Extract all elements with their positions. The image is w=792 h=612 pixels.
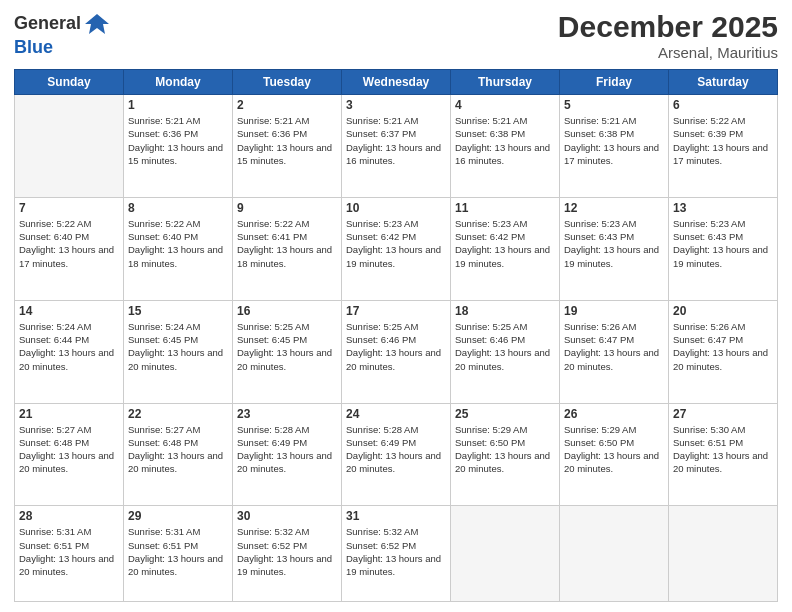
calendar-cell: 27Sunrise: 5:30 AMSunset: 6:51 PMDayligh…: [669, 403, 778, 506]
day-info: Sunrise: 5:25 AMSunset: 6:45 PMDaylight:…: [237, 320, 337, 373]
day-info: Sunrise: 5:25 AMSunset: 6:46 PMDaylight:…: [455, 320, 555, 373]
day-number: 23: [237, 407, 337, 421]
day-info: Sunrise: 5:21 AMSunset: 6:38 PMDaylight:…: [564, 114, 664, 167]
day-number: 4: [455, 98, 555, 112]
day-info: Sunrise: 5:22 AMSunset: 6:40 PMDaylight:…: [128, 217, 228, 270]
calendar-cell: 31Sunrise: 5:32 AMSunset: 6:52 PMDayligh…: [342, 506, 451, 602]
calendar-cell: 2Sunrise: 5:21 AMSunset: 6:36 PMDaylight…: [233, 95, 342, 198]
weekday-header: Sunday: [15, 70, 124, 95]
weekday-header: Friday: [560, 70, 669, 95]
day-number: 9: [237, 201, 337, 215]
calendar-cell: 17Sunrise: 5:25 AMSunset: 6:46 PMDayligh…: [342, 300, 451, 403]
calendar-week-row: 7Sunrise: 5:22 AMSunset: 6:40 PMDaylight…: [15, 197, 778, 300]
day-number: 17: [346, 304, 446, 318]
day-number: 7: [19, 201, 119, 215]
calendar-cell: 29Sunrise: 5:31 AMSunset: 6:51 PMDayligh…: [124, 506, 233, 602]
calendar-cell: 30Sunrise: 5:32 AMSunset: 6:52 PMDayligh…: [233, 506, 342, 602]
svg-marker-0: [85, 14, 109, 34]
day-number: 29: [128, 509, 228, 523]
day-info: Sunrise: 5:22 AMSunset: 6:39 PMDaylight:…: [673, 114, 773, 167]
calendar-cell: 3Sunrise: 5:21 AMSunset: 6:37 PMDaylight…: [342, 95, 451, 198]
month-year: December 2025: [558, 10, 778, 44]
calendar-cell: 23Sunrise: 5:28 AMSunset: 6:49 PMDayligh…: [233, 403, 342, 506]
day-info: Sunrise: 5:21 AMSunset: 6:36 PMDaylight:…: [237, 114, 337, 167]
day-info: Sunrise: 5:21 AMSunset: 6:36 PMDaylight:…: [128, 114, 228, 167]
day-info: Sunrise: 5:23 AMSunset: 6:43 PMDaylight:…: [673, 217, 773, 270]
day-info: Sunrise: 5:21 AMSunset: 6:37 PMDaylight:…: [346, 114, 446, 167]
calendar-cell: 7Sunrise: 5:22 AMSunset: 6:40 PMDaylight…: [15, 197, 124, 300]
weekday-header: Thursday: [451, 70, 560, 95]
calendar-week-row: 21Sunrise: 5:27 AMSunset: 6:48 PMDayligh…: [15, 403, 778, 506]
day-number: 11: [455, 201, 555, 215]
calendar-cell: [669, 506, 778, 602]
day-number: 26: [564, 407, 664, 421]
calendar-cell: 28Sunrise: 5:31 AMSunset: 6:51 PMDayligh…: [15, 506, 124, 602]
day-info: Sunrise: 5:22 AMSunset: 6:41 PMDaylight:…: [237, 217, 337, 270]
weekday-header-row: SundayMondayTuesdayWednesdayThursdayFrid…: [15, 70, 778, 95]
calendar-cell: 18Sunrise: 5:25 AMSunset: 6:46 PMDayligh…: [451, 300, 560, 403]
day-info: Sunrise: 5:26 AMSunset: 6:47 PMDaylight:…: [673, 320, 773, 373]
calendar-cell: 15Sunrise: 5:24 AMSunset: 6:45 PMDayligh…: [124, 300, 233, 403]
day-info: Sunrise: 5:23 AMSunset: 6:43 PMDaylight:…: [564, 217, 664, 270]
day-info: Sunrise: 5:32 AMSunset: 6:52 PMDaylight:…: [237, 525, 337, 578]
day-number: 6: [673, 98, 773, 112]
page: General Blue December 2025 Arsenal, Maur…: [0, 0, 792, 612]
day-number: 8: [128, 201, 228, 215]
calendar-table: SundayMondayTuesdayWednesdayThursdayFrid…: [14, 69, 778, 602]
day-number: 28: [19, 509, 119, 523]
calendar-cell: 24Sunrise: 5:28 AMSunset: 6:49 PMDayligh…: [342, 403, 451, 506]
day-info: Sunrise: 5:23 AMSunset: 6:42 PMDaylight:…: [346, 217, 446, 270]
calendar-cell: [560, 506, 669, 602]
weekday-header: Tuesday: [233, 70, 342, 95]
day-info: Sunrise: 5:32 AMSunset: 6:52 PMDaylight:…: [346, 525, 446, 578]
calendar-cell: 20Sunrise: 5:26 AMSunset: 6:47 PMDayligh…: [669, 300, 778, 403]
day-number: 25: [455, 407, 555, 421]
calendar-cell: 14Sunrise: 5:24 AMSunset: 6:44 PMDayligh…: [15, 300, 124, 403]
calendar-cell: 16Sunrise: 5:25 AMSunset: 6:45 PMDayligh…: [233, 300, 342, 403]
calendar-cell: 13Sunrise: 5:23 AMSunset: 6:43 PMDayligh…: [669, 197, 778, 300]
day-number: 5: [564, 98, 664, 112]
day-number: 14: [19, 304, 119, 318]
calendar-cell: 19Sunrise: 5:26 AMSunset: 6:47 PMDayligh…: [560, 300, 669, 403]
day-number: 2: [237, 98, 337, 112]
day-number: 10: [346, 201, 446, 215]
day-info: Sunrise: 5:27 AMSunset: 6:48 PMDaylight:…: [128, 423, 228, 476]
calendar-cell: 8Sunrise: 5:22 AMSunset: 6:40 PMDaylight…: [124, 197, 233, 300]
day-info: Sunrise: 5:24 AMSunset: 6:45 PMDaylight:…: [128, 320, 228, 373]
day-info: Sunrise: 5:29 AMSunset: 6:50 PMDaylight:…: [564, 423, 664, 476]
day-info: Sunrise: 5:22 AMSunset: 6:40 PMDaylight:…: [19, 217, 119, 270]
calendar-cell: [15, 95, 124, 198]
calendar-week-row: 28Sunrise: 5:31 AMSunset: 6:51 PMDayligh…: [15, 506, 778, 602]
day-info: Sunrise: 5:24 AMSunset: 6:44 PMDaylight:…: [19, 320, 119, 373]
weekday-header: Saturday: [669, 70, 778, 95]
calendar-cell: 5Sunrise: 5:21 AMSunset: 6:38 PMDaylight…: [560, 95, 669, 198]
calendar-cell: 11Sunrise: 5:23 AMSunset: 6:42 PMDayligh…: [451, 197, 560, 300]
day-number: 24: [346, 407, 446, 421]
day-number: 19: [564, 304, 664, 318]
calendar-cell: 9Sunrise: 5:22 AMSunset: 6:41 PMDaylight…: [233, 197, 342, 300]
day-number: 15: [128, 304, 228, 318]
header: General Blue December 2025 Arsenal, Maur…: [14, 10, 778, 61]
calendar-cell: 1Sunrise: 5:21 AMSunset: 6:36 PMDaylight…: [124, 95, 233, 198]
day-number: 13: [673, 201, 773, 215]
calendar-cell: 21Sunrise: 5:27 AMSunset: 6:48 PMDayligh…: [15, 403, 124, 506]
day-info: Sunrise: 5:23 AMSunset: 6:42 PMDaylight:…: [455, 217, 555, 270]
day-number: 1: [128, 98, 228, 112]
calendar-cell: 25Sunrise: 5:29 AMSunset: 6:50 PMDayligh…: [451, 403, 560, 506]
calendar-week-row: 14Sunrise: 5:24 AMSunset: 6:44 PMDayligh…: [15, 300, 778, 403]
weekday-header: Wednesday: [342, 70, 451, 95]
location: Arsenal, Mauritius: [558, 44, 778, 61]
day-number: 3: [346, 98, 446, 112]
day-info: Sunrise: 5:27 AMSunset: 6:48 PMDaylight:…: [19, 423, 119, 476]
day-number: 12: [564, 201, 664, 215]
day-number: 16: [237, 304, 337, 318]
day-info: Sunrise: 5:28 AMSunset: 6:49 PMDaylight:…: [237, 423, 337, 476]
day-info: Sunrise: 5:21 AMSunset: 6:38 PMDaylight:…: [455, 114, 555, 167]
day-number: 30: [237, 509, 337, 523]
title-block: December 2025 Arsenal, Mauritius: [558, 10, 778, 61]
day-number: 22: [128, 407, 228, 421]
day-info: Sunrise: 5:31 AMSunset: 6:51 PMDaylight:…: [128, 525, 228, 578]
calendar-cell: [451, 506, 560, 602]
calendar-week-row: 1Sunrise: 5:21 AMSunset: 6:36 PMDaylight…: [15, 95, 778, 198]
day-info: Sunrise: 5:30 AMSunset: 6:51 PMDaylight:…: [673, 423, 773, 476]
